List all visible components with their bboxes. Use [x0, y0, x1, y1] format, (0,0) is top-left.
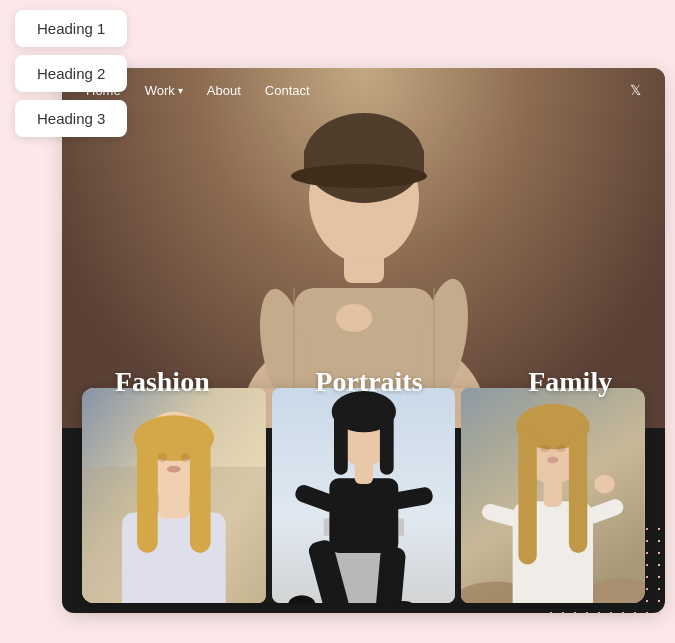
thumb-1-image: [82, 388, 266, 603]
website-preview: Home Work ▾ About Contact 𝕏 Fashion Port…: [62, 68, 665, 613]
svg-point-54: [557, 445, 566, 452]
svg-point-47: [595, 475, 616, 493]
svg-rect-33: [329, 478, 398, 553]
svg-rect-20: [137, 438, 158, 553]
category-fashion: Fashion: [115, 366, 210, 398]
svg-rect-39: [334, 412, 348, 475]
hero-categories: Fashion Portraits Family: [62, 366, 665, 398]
svg-point-9: [336, 304, 372, 332]
thumbnail-2[interactable]: [272, 388, 456, 603]
thumb-3-image: [461, 388, 645, 603]
thumbnails-grid: [82, 388, 645, 603]
svg-point-22: [158, 453, 167, 462]
svg-point-23: [181, 453, 190, 462]
svg-point-24: [167, 466, 181, 473]
twitter-icon[interactable]: 𝕏: [630, 82, 641, 98]
nav-bar: Home Work ▾ About Contact 𝕏: [62, 68, 665, 112]
heading-panel: Heading 1 Heading 2 Heading 3: [15, 10, 127, 137]
thumbnail-1[interactable]: [82, 388, 266, 603]
nav-work[interactable]: Work ▾: [145, 83, 183, 98]
hero-image-area: Home Work ▾ About Contact 𝕏 Fashion Port…: [62, 68, 665, 428]
svg-rect-21: [190, 438, 211, 553]
svg-point-6: [291, 164, 427, 188]
heading-3-item[interactable]: Heading 3: [15, 100, 127, 137]
svg-rect-40: [380, 412, 394, 475]
nav-work-chevron: ▾: [178, 85, 183, 96]
thumbnail-3[interactable]: [461, 388, 645, 603]
hero-section: Home Work ▾ About Contact 𝕏 Fashion Port…: [62, 68, 665, 438]
heading-1-item[interactable]: Heading 1: [15, 10, 127, 47]
category-family: Family: [528, 366, 612, 398]
svg-point-53: [541, 445, 550, 452]
heading-2-item[interactable]: Heading 2: [15, 55, 127, 92]
thumb-2-image: [272, 388, 456, 603]
nav-about[interactable]: About: [207, 83, 241, 98]
category-portraits: Portraits: [315, 366, 422, 398]
svg-point-55: [547, 456, 558, 463]
svg-rect-52: [569, 427, 587, 553]
svg-rect-51: [519, 427, 537, 565]
nav-contact[interactable]: Contact: [265, 83, 310, 98]
